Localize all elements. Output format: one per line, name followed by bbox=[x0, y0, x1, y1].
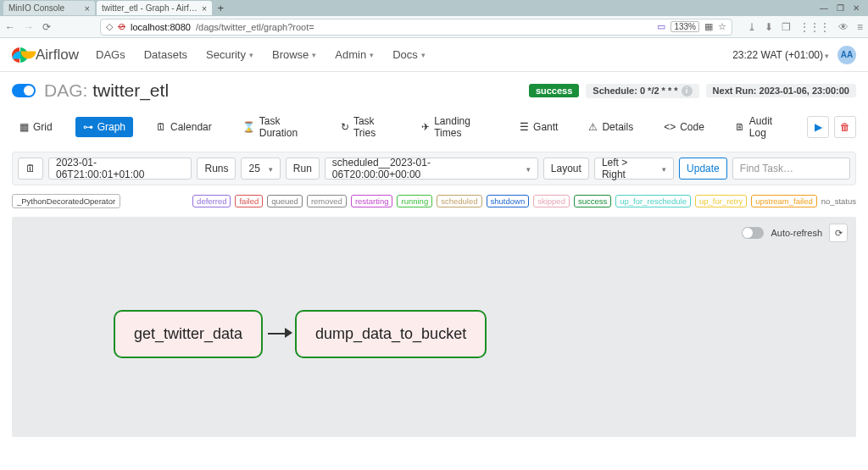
tab-title: twitter_etl - Graph - Airf… bbox=[102, 3, 198, 13]
tab-details[interactable]: ⚠Details bbox=[581, 117, 641, 137]
auto-refresh-toggle[interactable] bbox=[742, 227, 764, 239]
warning-icon: ⚠ bbox=[588, 121, 598, 133]
status-badge: success bbox=[529, 84, 579, 97]
status-removed[interactable]: removed bbox=[307, 195, 347, 207]
nav-security[interactable]: Security bbox=[206, 48, 253, 61]
close-icon[interactable]: × bbox=[202, 3, 207, 14]
run-select[interactable]: scheduled__2023-01-06T20:00:00+00:00 bbox=[325, 158, 538, 180]
reload-icon[interactable]: ⟳ bbox=[42, 21, 51, 33]
maximize-icon[interactable]: ❐ bbox=[837, 3, 844, 13]
extensions-icon[interactable]: ❒ bbox=[782, 21, 791, 33]
grid-icon: ▦ bbox=[19, 121, 29, 133]
address-bar: ← → ⟳ ◇ ⊘ localhost:8080/dags/twitter_et… bbox=[0, 16, 868, 38]
date-picker[interactable]: 🗓 bbox=[18, 158, 43, 180]
task-node[interactable]: get_twitter_data bbox=[114, 310, 263, 358]
runs-select[interactable]: 25 bbox=[241, 158, 280, 180]
edge-line bbox=[268, 333, 285, 335]
calendar-icon: 🗓 bbox=[156, 121, 166, 133]
lock-icon: ⊘ bbox=[118, 21, 125, 32]
status-running[interactable]: running bbox=[397, 195, 432, 207]
layout-value: Left > Right bbox=[602, 157, 654, 180]
runs-label: Runs bbox=[197, 158, 236, 180]
menu-icon[interactable]: ≡ bbox=[857, 21, 863, 33]
hourglass-icon: ⌛ bbox=[242, 121, 255, 133]
clock-display[interactable]: 23:22 WAT (+01:00) bbox=[732, 49, 829, 61]
info-icon[interactable]: i bbox=[682, 86, 693, 97]
nav-docs[interactable]: Docs bbox=[392, 48, 426, 61]
nav-browse[interactable]: Browse bbox=[272, 48, 316, 61]
calendar-icon: 🗓 bbox=[25, 163, 36, 174]
tab-gantt[interactable]: ☰Gantt bbox=[512, 117, 565, 137]
status-scheduled[interactable]: scheduled bbox=[437, 195, 481, 207]
close-icon[interactable]: × bbox=[85, 3, 90, 14]
tab-label: Graph bbox=[97, 121, 125, 133]
status-success[interactable]: success bbox=[574, 195, 611, 207]
status-shutdown[interactable]: shutdown bbox=[487, 195, 530, 207]
forward-icon[interactable]: → bbox=[24, 21, 34, 33]
minimize-icon[interactable]: — bbox=[820, 3, 828, 13]
qr-icon[interactable]: ▦ bbox=[704, 21, 713, 32]
run-label: Run bbox=[286, 158, 320, 180]
gantt-icon: ☰ bbox=[520, 121, 529, 133]
tab-graph[interactable]: ⊶Graph bbox=[75, 117, 133, 137]
tab-label: Grid bbox=[33, 121, 53, 133]
url-field[interactable]: ◇ ⊘ localhost:8080/dags/twitter_etl/grap… bbox=[100, 19, 732, 36]
tab-grid[interactable]: ▦Grid bbox=[12, 117, 60, 137]
nav-datasets[interactable]: Datasets bbox=[144, 48, 187, 61]
status-skipped[interactable]: skipped bbox=[533, 195, 570, 207]
graph-canvas[interactable]: Auto-refresh ⟳ get_twitter_data dump_dat… bbox=[12, 217, 856, 437]
landing-icon: ✈ bbox=[421, 121, 430, 133]
zoom-level[interactable]: 133% bbox=[670, 21, 699, 32]
browser-tab[interactable]: MinIO Console × bbox=[3, 1, 95, 15]
tab-label: Details bbox=[602, 121, 633, 133]
status-up_for_reschedule[interactable]: up_for_reschedule bbox=[615, 195, 691, 207]
status-restarting[interactable]: restarting bbox=[351, 195, 393, 207]
tab-audit-log[interactable]: 🗎Audit Log bbox=[727, 111, 792, 143]
browser-tab-active[interactable]: twitter_etl - Graph - Airf… × bbox=[97, 1, 212, 15]
status-upstream_failed[interactable]: upstream_failed bbox=[751, 195, 817, 207]
bookmark-icon[interactable]: ☆ bbox=[718, 21, 726, 32]
airflow-logo[interactable]: Airflow bbox=[12, 47, 79, 64]
eye-icon[interactable]: 👁 bbox=[838, 21, 849, 33]
tab-task-duration[interactable]: ⌛Task Duration bbox=[235, 111, 318, 143]
delete-dag-button[interactable]: 🗑 bbox=[834, 116, 856, 138]
tab-landing-times[interactable]: ✈Landing Times bbox=[414, 111, 497, 143]
status-up_for_retry[interactable]: up_for_retry bbox=[695, 195, 747, 207]
tab-task-tries[interactable]: ↻Task Tries bbox=[333, 111, 398, 143]
tab-calendar[interactable]: 🗓Calendar bbox=[148, 117, 220, 137]
url-path: /dags/twitter_etl/graph?root= bbox=[196, 22, 314, 32]
nav-dags[interactable]: DAGs bbox=[96, 48, 125, 61]
download-icon[interactable]: ⬇ bbox=[765, 21, 773, 33]
sync-icon[interactable]: ⤓ bbox=[748, 21, 756, 33]
trigger-dag-button[interactable]: ▶ bbox=[807, 116, 829, 138]
nav-admin[interactable]: Admin bbox=[335, 48, 374, 61]
dag-name: twitter_etl bbox=[92, 80, 169, 100]
search-input[interactable]: Find Task… bbox=[732, 158, 850, 180]
status-failed[interactable]: failed bbox=[235, 195, 263, 207]
new-tab-button[interactable]: + bbox=[214, 2, 227, 14]
back-icon[interactable]: ← bbox=[5, 21, 15, 33]
avatar[interactable]: AA bbox=[837, 46, 856, 64]
dag-enable-toggle[interactable] bbox=[12, 84, 36, 97]
refresh-button[interactable]: ⟳ bbox=[829, 224, 848, 242]
operator-badge: _PythonDecoratedOperator bbox=[12, 194, 120, 208]
close-window-icon[interactable]: ✕ bbox=[853, 3, 860, 13]
layout-select[interactable]: Left > Right bbox=[594, 158, 674, 180]
update-button[interactable]: Update bbox=[679, 158, 727, 180]
next-run-badge: Next Run: 2023-01-06, 23:00:00 bbox=[706, 84, 856, 97]
layout-label: Layout bbox=[543, 158, 589, 180]
status-deferred[interactable]: deferred bbox=[192, 195, 231, 207]
tab-label: Task Tries bbox=[353, 115, 391, 139]
browser-chrome: MinIO Console × twitter_etl - Graph - Ai… bbox=[0, 0, 868, 38]
reader-icon[interactable]: ▭ bbox=[657, 21, 665, 32]
task-node[interactable]: dump_data_to_bucket bbox=[295, 310, 487, 358]
tab-label: Audit Log bbox=[749, 115, 784, 139]
runs-value: 25 bbox=[248, 163, 259, 174]
arrowhead-icon bbox=[285, 328, 292, 338]
window-controls: — ❐ ✕ bbox=[820, 3, 865, 13]
tab-code[interactable]: <>Code bbox=[656, 117, 712, 137]
date-value[interactable]: 2023-01-06T21:00:01+01:00 bbox=[48, 158, 192, 180]
schedule-badge[interactable]: Schedule: 0 */2 * * * i bbox=[586, 84, 698, 98]
status-queued[interactable]: queued bbox=[267, 195, 303, 207]
apps-icon[interactable]: ⋮⋮⋮ bbox=[799, 21, 830, 33]
